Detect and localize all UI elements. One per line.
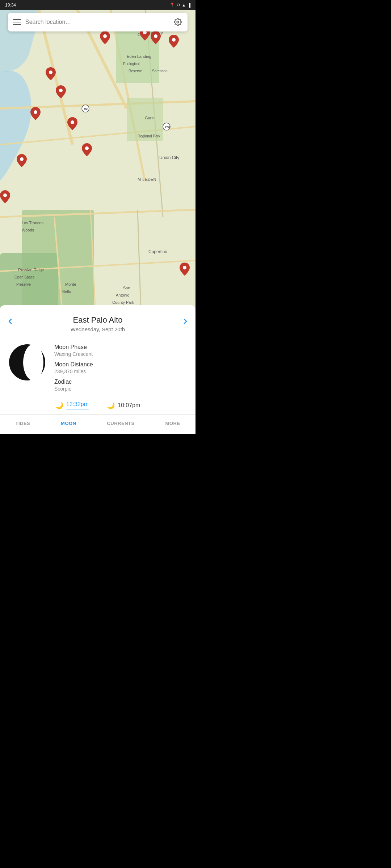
prev-location-button[interactable] (3, 314, 17, 329)
moonrise-time-item[interactable]: 🌙 12:32pm (55, 401, 89, 409)
tab-bar: TIDES MOON CURRENTS MORE (0, 414, 196, 430)
svg-point-56 (34, 110, 37, 114)
location-name: East Palo Alto (6, 315, 190, 325)
svg-text:Sorenson: Sorenson (152, 69, 168, 73)
svg-text:Eden Landing: Eden Landing (127, 54, 151, 59)
moon-phase-value: Waxing Crescent (54, 351, 188, 357)
moon-info: Moon Phase Waxing Crescent Moon Distance… (54, 342, 188, 392)
svg-text:Cupertino: Cupertino (148, 249, 167, 254)
svg-text:Open Space: Open Space (14, 275, 35, 279)
search-bar (8, 13, 188, 31)
moonset-icon: 🌙 (107, 401, 115, 409)
location-status-icon: 📍 (170, 3, 175, 7)
svg-point-60 (3, 193, 7, 197)
svg-point-58 (85, 146, 89, 150)
status-time: 19:34 (5, 3, 16, 8)
moon-section: Moon Phase Waxing Crescent Moon Distance… (0, 338, 196, 397)
svg-text:Regional Park: Regional Park (138, 134, 161, 138)
svg-text:Antonio: Antonio (116, 293, 129, 297)
moonrise-icon: 🌙 (55, 401, 63, 409)
moon-phase-visual (7, 342, 47, 382)
svg-point-59 (20, 157, 24, 161)
svg-text:Los Trancos: Los Trancos (22, 221, 43, 225)
tab-moon[interactable]: MOON (58, 419, 79, 427)
tab-currents[interactable]: CURRENTS (104, 419, 137, 427)
svg-text:Preserve: Preserve (16, 282, 31, 286)
svg-point-63 (177, 21, 179, 23)
svg-text:San: San (123, 286, 130, 290)
search-input[interactable] (25, 19, 173, 25)
dnd-status-icon: ⊖ (177, 3, 180, 7)
svg-text:Woods: Woods (22, 228, 34, 232)
svg-point-52 (154, 34, 157, 38)
svg-point-61 (183, 266, 186, 269)
wifi-status-icon: ▲ (182, 3, 186, 7)
svg-text:238: 238 (165, 125, 170, 129)
zodiac-value: Scorpio (54, 386, 188, 392)
bottom-sheet: East Palo Alto Wednesday, Sept 20th Moon… (0, 305, 196, 434)
svg-text:County Park: County Park (112, 300, 134, 305)
svg-point-54 (49, 71, 52, 74)
tab-more[interactable]: MORE (163, 419, 183, 427)
svg-text:Monte: Monte (65, 282, 76, 286)
zodiac-label: Zodiac (54, 379, 188, 385)
svg-text:Union City: Union City (159, 155, 179, 160)
battery-status-icon: ▐ (188, 3, 190, 7)
svg-text:Ecological: Ecological (123, 62, 140, 66)
moon-times: 🌙 12:32pm 🌙 10:07pm (0, 397, 196, 414)
svg-text:Russian Ridge: Russian Ridge (18, 268, 44, 272)
svg-text:Garin: Garin (145, 116, 155, 120)
moonrise-underline (66, 409, 89, 409)
moonset-time-item[interactable]: 🌙 10:07pm (107, 401, 140, 409)
svg-point-50 (103, 34, 107, 38)
location-date: Wednesday, Sept 20th (6, 326, 190, 332)
svg-text:Reserve: Reserve (129, 69, 142, 73)
svg-point-65 (23, 344, 43, 380)
next-location-button[interactable] (178, 314, 193, 329)
status-bar: 19:34 📍 ⊖ ▲ ▐ (0, 0, 196, 10)
svg-text:Bello: Bello (62, 289, 71, 294)
svg-point-57 (71, 120, 74, 124)
svg-point-55 (59, 89, 63, 92)
moon-distance-value: 239,370 miles (54, 369, 188, 374)
tab-tides[interactable]: TIDES (12, 419, 33, 427)
svg-text:MT. EDEN: MT. EDEN (138, 177, 156, 182)
moon-distance-label: Moon Distance (54, 361, 188, 368)
settings-button[interactable] (173, 17, 182, 27)
svg-point-53 (172, 38, 176, 42)
moonset-time: 10:07pm (118, 402, 140, 408)
moon-phase-label: Moon Phase (54, 344, 188, 350)
moonrise-time: 12:32pm (66, 401, 89, 407)
status-icons: 📍 ⊖ ▲ ▐ (170, 3, 190, 7)
svg-text:92: 92 (84, 107, 88, 111)
location-header: East Palo Alto Wednesday, Sept 20th (0, 305, 196, 338)
menu-button[interactable] (13, 19, 21, 25)
